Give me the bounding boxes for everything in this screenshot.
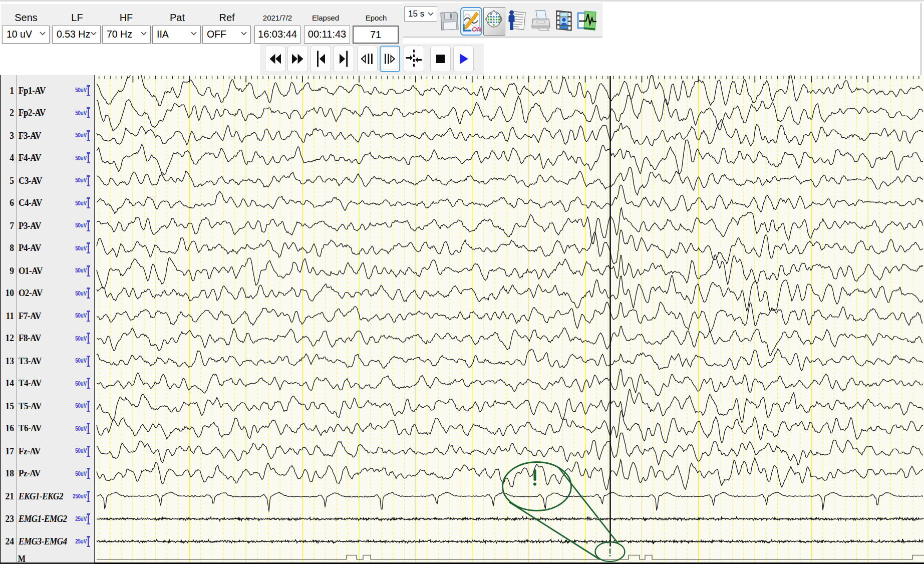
svg-text:ON: ON <box>472 26 481 33</box>
